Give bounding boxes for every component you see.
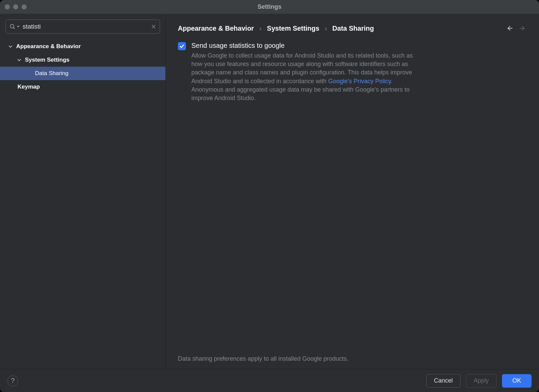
setting-description: Allow Google to collect usage data for A…	[191, 52, 414, 102]
tree-item-system-settings[interactable]: System Settings	[0, 53, 165, 67]
settings-tree: Appearance & Behavior System Settings Da…	[0, 36, 165, 94]
tree-item-data-sharing[interactable]: Data Sharing	[0, 67, 165, 80]
setting-label[interactable]: Send usage statistics to google	[191, 42, 414, 50]
tree-item-appearance-behavior[interactable]: Appearance & Behavior	[0, 40, 165, 53]
breadcrumb-separator: ›	[259, 25, 262, 32]
tree-label: Appearance & Behavior	[16, 43, 81, 50]
help-icon: ?	[11, 377, 14, 385]
cancel-button[interactable]: Cancel	[426, 374, 461, 388]
chevron-down-icon	[17, 58, 22, 62]
setting-send-usage-stats: Send usage statistics to google Allow Go…	[178, 42, 527, 102]
footer: ? Cancel Apply OK	[0, 369, 539, 392]
privacy-policy-link[interactable]: Google's Privacy Policy	[328, 78, 391, 85]
apply-button: Apply	[466, 374, 497, 388]
back-button[interactable]	[505, 24, 513, 32]
search-icon	[9, 23, 16, 30]
sidebar: Appearance & Behavior System Settings Da…	[0, 14, 166, 369]
main-panel: Appearance & Behavior › System Settings …	[166, 14, 539, 369]
chevron-down-icon	[8, 44, 13, 49]
breadcrumb-separator: ›	[325, 25, 327, 32]
titlebar: Settings	[0, 0, 539, 14]
tree-label: Data Sharing	[35, 70, 68, 77]
search-field[interactable]	[5, 20, 160, 34]
arrow-left-icon	[506, 25, 513, 32]
window-title: Settings	[0, 3, 539, 10]
check-icon	[179, 43, 185, 49]
svg-line-1	[13, 28, 15, 29]
breadcrumb-item-current: Data Sharing	[332, 25, 374, 32]
svg-point-0	[10, 24, 14, 28]
breadcrumb: Appearance & Behavior › System Settings …	[178, 25, 374, 32]
send-usage-stats-checkbox[interactable]	[178, 42, 186, 50]
footnote: Data sharing preferences apply to all in…	[178, 355, 527, 369]
breadcrumb-item[interactable]: Appearance & Behavior	[178, 25, 254, 32]
search-input[interactable]	[20, 23, 151, 30]
settings-window: Settings Appearance & Behavior Sys	[0, 0, 539, 392]
tree-item-keymap[interactable]: Keymap	[0, 80, 165, 94]
help-button[interactable]: ?	[7, 375, 18, 386]
forward-button	[519, 24, 527, 32]
search-options-icon[interactable]	[17, 25, 20, 28]
breadcrumb-item[interactable]: System Settings	[267, 25, 319, 32]
ok-button[interactable]: OK	[502, 374, 532, 388]
arrow-right-icon	[519, 25, 527, 32]
clear-search-icon[interactable]	[151, 24, 156, 29]
tree-label: Keymap	[18, 84, 40, 90]
tree-label: System Settings	[25, 57, 69, 63]
